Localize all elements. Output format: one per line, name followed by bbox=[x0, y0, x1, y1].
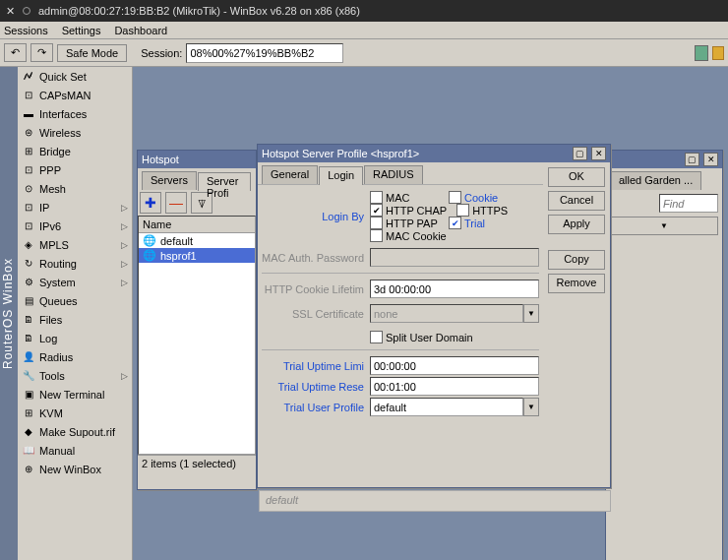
nav-icon: ⊡ bbox=[22, 201, 35, 215]
sidebar-item-system[interactable]: ⚙System▷ bbox=[18, 273, 132, 291]
tab-walled-garden[interactable]: alled Garden ... bbox=[610, 171, 701, 190]
remove-button[interactable]: Remove bbox=[548, 274, 605, 293]
add-button[interactable]: ✚ bbox=[140, 192, 161, 214]
tab-server-profiles[interactable]: Server Profi bbox=[198, 172, 251, 191]
minimize-icon[interactable] bbox=[23, 7, 30, 15]
checkbox-http-pap[interactable]: HTTP PAP bbox=[370, 217, 439, 229]
tab-general[interactable]: General bbox=[262, 165, 318, 184]
sidebar-item-interfaces[interactable]: ▬Interfaces bbox=[18, 104, 132, 123]
sidebar-item-capsman[interactable]: ⊡CAPsMAN bbox=[18, 86, 132, 104]
sidebar-item-queues[interactable]: ▤Queues bbox=[18, 291, 132, 310]
sidebar-item-make-supout.rif[interactable]: ◆Make Supout.rif bbox=[18, 422, 132, 441]
close-icon[interactable]: ✕ bbox=[703, 153, 718, 166]
sidebar-item-manual[interactable]: 📖Manual bbox=[18, 441, 132, 460]
sidebar-item-tools[interactable]: 🔧Tools▷ bbox=[18, 366, 132, 385]
close-icon[interactable]: ✕ bbox=[591, 147, 606, 160]
sidebar-item-label: Interfaces bbox=[39, 108, 87, 120]
checkbox-http-chap[interactable]: ✔HTTP CHAP bbox=[370, 204, 447, 217]
checkbox-mac[interactable]: MAC bbox=[370, 191, 439, 204]
nav-icon: ◆ bbox=[22, 425, 35, 439]
nav-icon: ⊜ bbox=[22, 126, 35, 140]
trial-limit-input[interactable] bbox=[370, 356, 539, 375]
nav-icon: ▤ bbox=[22, 294, 35, 308]
sidebar-item-new-winbox[interactable]: ⊕New WinBox bbox=[18, 460, 132, 478]
sidebar-item-log[interactable]: 🗎Log bbox=[18, 329, 132, 347]
nav-icon: ⊡ bbox=[22, 219, 35, 233]
delete-button[interactable]: — bbox=[165, 192, 187, 214]
checkbox-mac-cookie[interactable]: MAC Cookie bbox=[370, 229, 447, 242]
ssl-select[interactable] bbox=[370, 304, 523, 323]
sidebar-item-routing[interactable]: ↻Routing▷ bbox=[18, 254, 132, 273]
checkbox-icon: ✔ bbox=[449, 217, 461, 229]
minimize-icon[interactable]: ▢ bbox=[573, 147, 587, 160]
sidebar-item-mesh[interactable]: ⊙Mesh bbox=[18, 179, 132, 198]
checkbox-icon bbox=[449, 191, 461, 204]
tab-login[interactable]: Login bbox=[319, 166, 363, 185]
nav-icon: ▬ bbox=[22, 107, 35, 121]
sidebar-item-label: Quick Set bbox=[39, 71, 87, 83]
safemode-button[interactable]: Safe Mode bbox=[57, 44, 127, 62]
window-title: admin@08:00:27:19:BB:B2 (MikroTik) - Win… bbox=[38, 5, 360, 17]
sidebar-item-ppp[interactable]: ⊡PPP bbox=[18, 160, 132, 179]
sidebar-item-label: Log bbox=[39, 333, 57, 344]
checkbox-icon bbox=[370, 229, 383, 242]
menu-dashboard[interactable]: Dashboard bbox=[114, 25, 167, 36]
list-header-name[interactable]: Name bbox=[139, 217, 255, 233]
find-input[interactable] bbox=[659, 194, 718, 213]
undo-button[interactable]: ↶ bbox=[4, 43, 27, 62]
sidebar-item-ipv6[interactable]: ⊡IPv6▷ bbox=[18, 217, 132, 235]
nav-icon: 🔧 bbox=[22, 369, 35, 383]
menu-sessions[interactable]: Sessions bbox=[4, 25, 48, 36]
list-item[interactable]: 🌐hsprof1 bbox=[139, 248, 255, 263]
apply-button[interactable]: Apply bbox=[548, 215, 605, 234]
dropdown-arrow-icon[interactable]: ▼ bbox=[610, 217, 718, 235]
cookie-life-label: HTTP Cookie Lifetim bbox=[262, 283, 370, 295]
chevron-down-icon[interactable]: ▼ bbox=[523, 304, 539, 323]
sidebar-item-quick-set[interactable]: 🗲Quick Set bbox=[18, 67, 132, 86]
checkbox-cookie[interactable]: Cookie bbox=[449, 191, 517, 204]
checkbox-icon bbox=[370, 217, 383, 229]
redo-button[interactable]: ↷ bbox=[30, 43, 53, 62]
sidebar-item-new-terminal[interactable]: ▣New Terminal bbox=[18, 385, 132, 404]
chevron-down-icon[interactable]: ▼ bbox=[523, 398, 539, 416]
sidebar-item-label: Tools bbox=[39, 370, 65, 382]
trial-profile-select[interactable] bbox=[370, 398, 523, 416]
profile-dialog-title[interactable]: Hotspot Server Profile <hsprof1> ▢ ✕ bbox=[258, 145, 610, 162]
sidebar-item-label: Wireless bbox=[39, 127, 81, 139]
sidebar-item-kvm[interactable]: ⊞KVM bbox=[18, 404, 132, 422]
mac-pw-input bbox=[370, 248, 539, 267]
sidebar-item-files[interactable]: 🗎Files bbox=[18, 310, 132, 329]
session-input[interactable] bbox=[186, 43, 343, 63]
menubar: Sessions Settings Dashboard bbox=[0, 22, 728, 39]
split-user-domain-checkbox[interactable]: Split User Domain bbox=[370, 331, 473, 343]
sidebar-item-mpls[interactable]: ◈MPLS▷ bbox=[18, 235, 132, 254]
tab-radius[interactable]: RADIUS bbox=[364, 165, 423, 184]
sidebar-item-ip[interactable]: ⊡IP▷ bbox=[18, 198, 132, 217]
checkbox-https[interactable]: HTTPS bbox=[456, 204, 525, 217]
trial-limit-label: Trial Uptime Limi bbox=[262, 360, 370, 372]
profile-list[interactable]: Name 🌐default🌐hsprof1 bbox=[138, 216, 256, 455]
tab-servers[interactable]: Servers bbox=[142, 171, 197, 190]
menu-settings[interactable]: Settings bbox=[62, 25, 101, 36]
sidebar-item-label: CAPsMAN bbox=[39, 90, 91, 101]
sidebar-item-wireless[interactable]: ⊜Wireless bbox=[18, 123, 132, 142]
sidebar-item-label: New WinBox bbox=[39, 464, 101, 475]
back-window-title[interactable]: ▢ ✕ bbox=[606, 151, 722, 168]
trial-reset-input[interactable] bbox=[370, 377, 539, 396]
minimize-icon[interactable]: ▢ bbox=[685, 153, 699, 166]
close-icon[interactable]: ✕ bbox=[6, 5, 15, 18]
nav-icon: ⊕ bbox=[22, 463, 35, 476]
hotspot-window-title[interactable]: Hotspot bbox=[138, 151, 256, 168]
checkbox-trial[interactable]: ✔Trial bbox=[449, 217, 517, 229]
sidebar-item-label: Files bbox=[39, 314, 62, 326]
sidebar-item-bridge[interactable]: ⊞Bridge bbox=[18, 142, 132, 160]
list-item[interactable]: 🌐default bbox=[139, 233, 255, 248]
hotspot-window: Hotspot Servers Server Profi ✚ — ⍒ Name … bbox=[137, 150, 257, 490]
footer-strip: default bbox=[259, 490, 611, 512]
ok-button[interactable]: OK bbox=[548, 167, 605, 187]
sidebar-item-radius[interactable]: 👤Radius bbox=[18, 347, 132, 366]
copy-button[interactable]: Copy bbox=[548, 250, 605, 270]
cookie-life-input[interactable] bbox=[370, 280, 539, 298]
cancel-button[interactable]: Cancel bbox=[548, 191, 605, 211]
chevron-right-icon: ▷ bbox=[121, 221, 128, 231]
